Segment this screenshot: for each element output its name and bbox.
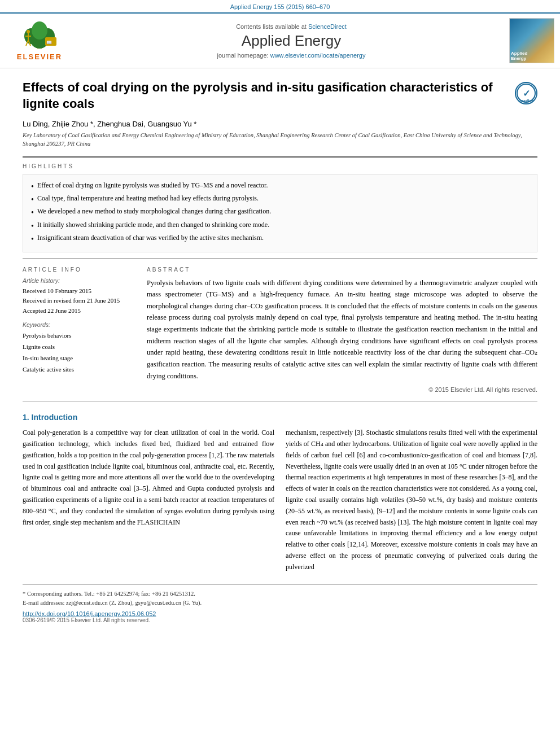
citation-text: Applied Energy 155 (2015) 660–670	[230, 3, 330, 10]
abstract-label: ABSTRACT	[147, 267, 537, 273]
journal-title: Applied Energy	[79, 32, 504, 50]
elsevier-label: ELSEVIER	[17, 53, 62, 61]
svg-text:📖: 📖	[46, 40, 52, 45]
svg-text:✓: ✓	[523, 89, 530, 98]
sciencedirect-link[interactable]: ScienceDirect	[308, 23, 347, 30]
copyright: © 2015 Elsevier Ltd. All rights reserved…	[147, 386, 537, 393]
email-addresses: E-mail addresses: zzj@ecust.edu.cn (Z. Z…	[23, 599, 537, 608]
affiliation: Key Laboratory of Coal Gasification and …	[23, 132, 537, 148]
journal-cover-label: AppliedEnergy	[511, 51, 527, 62]
footer-notes: * Corresponding authors. Tel.: +86 21 64…	[23, 584, 537, 624]
article-history: Article history: Received 10 February 20…	[23, 277, 135, 316]
page: Applied Energy 155 (2015) 660–670 📖	[0, 0, 560, 629]
journal-header: 📖 ELSEVIER Contents lists available at S…	[0, 12, 560, 68]
highlight-item-2: • Coal type, final temperature and heati…	[31, 193, 529, 206]
journal-homepage: journal homepage: www.elsevier.com/locat…	[79, 52, 504, 59]
crossmark-badge[interactable]: ✓ CrossMark	[515, 82, 537, 104]
introduction-heading: 1. Introduction	[23, 413, 537, 422]
bullet-icon: •	[31, 207, 34, 219]
elsevier-logo: 📖 ELSEVIER	[6, 20, 73, 61]
svg-point-5	[27, 30, 30, 33]
svg-point-4	[32, 21, 47, 40]
article-title: Effects of coal drying on the pyrolysis …	[23, 80, 537, 112]
journal-center: Contents lists available at ScienceDirec…	[79, 23, 504, 59]
highlights-label: HIGHLIGHTS	[23, 163, 537, 169]
bullet-icon: •	[31, 181, 34, 193]
authors: Lu Ding, Zhijie Zhou *, Zhenghua Dai, Gu…	[23, 120, 537, 128]
highlight-item-4: • It initially showed shrinking particle…	[31, 220, 529, 233]
highlight-item-3: • We developed a new method to study mor…	[31, 206, 529, 219]
bullet-icon: •	[31, 194, 34, 206]
doi-link[interactable]: http://dx.doi.org/10.1016/j.apenergy.201…	[23, 610, 537, 617]
highlights-box: • Effect of coal drying on lignite pyrol…	[23, 174, 537, 252]
divider-before-abstract	[23, 258, 537, 259]
article-info-abstract: ARTICLE INFO Article history: Received 1…	[23, 267, 537, 394]
divider-after-affiliation	[23, 156, 537, 158]
divider-before-intro	[23, 401, 537, 401]
highlight-item-5: • Insignificant steam deactivation of ch…	[31, 233, 529, 246]
keywords-list: Pyrolysis behaviors Lignite coals In-sit…	[23, 330, 135, 375]
abstract-col: ABSTRACT Pyrolysis behaviors of two lign…	[147, 267, 537, 394]
intro-columns: Coal poly-generation is a competitive wa…	[23, 427, 537, 573]
intro-col-right: mechanism, respectively [3]. Stochastic …	[286, 427, 537, 573]
article-info-col: ARTICLE INFO Article history: Received 1…	[23, 267, 135, 394]
article-info-label: ARTICLE INFO	[23, 267, 135, 273]
journal-citation: Applied Energy 155 (2015) 660–670	[0, 0, 560, 12]
article-body: ✓ CrossMark Effects of coal drying on th…	[0, 68, 560, 629]
highlight-item-1: • Effect of coal drying on lignite pyrol…	[31, 180, 529, 193]
bullet-icon: •	[31, 220, 34, 233]
contents-line: Contents lists available at ScienceDirec…	[79, 23, 504, 30]
abstract-text: Pyrolysis behaviors of two lignite coals…	[147, 277, 537, 382]
introduction-section: 1. Introduction Coal poly-generation is …	[23, 413, 537, 573]
svg-text:CrossMark: CrossMark	[519, 99, 533, 102]
intro-col-left: Coal poly-generation is a competitive wa…	[23, 427, 274, 573]
elsevier-tree-icon: 📖	[17, 20, 62, 51]
issn-copyright: 0306-2619/© 2015 Elsevier Ltd. All right…	[23, 617, 537, 623]
highlights-section: HIGHLIGHTS • Effect of coal drying on li…	[23, 163, 537, 252]
journal-cover-image: AppliedEnergy	[509, 18, 554, 63]
bullet-icon: •	[31, 233, 34, 246]
keywords-group: Keywords: Pyrolysis behaviors Lignite co…	[23, 321, 135, 375]
corresponding-authors: * Corresponding authors. Tel.: +86 21 64…	[23, 589, 537, 599]
